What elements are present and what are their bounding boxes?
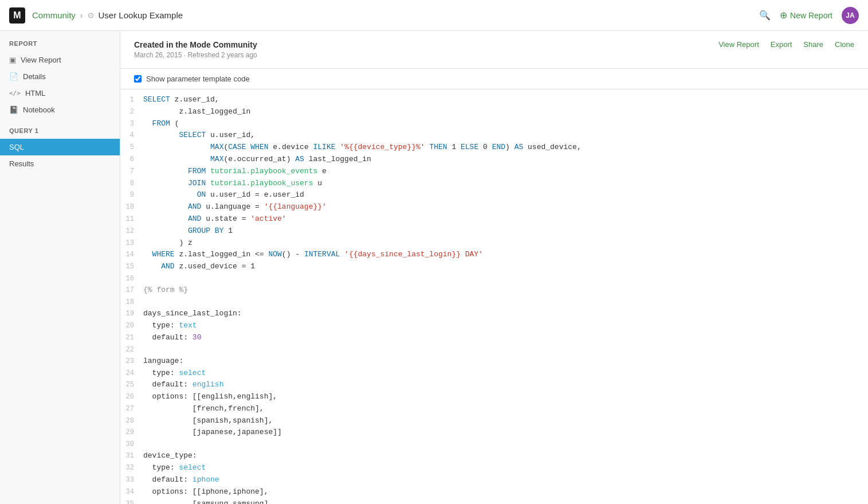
search-icon[interactable]: 🔍 [759,10,771,21]
line-number: 34 [120,486,143,498]
sql-editor[interactable]: 1SELECT z.user_id,2 z.last_logged_in3 FR… [120,89,868,504]
line-content: GROUP BY 1 [143,225,868,237]
table-row: 24 type: select [120,368,868,380]
table-row: 5 MAX(CASE WHEN e.device ILIKE '%{{devic… [120,142,868,154]
line-number: 3 [120,118,143,130]
line-content: WHERE z.last_logged_in <= NOW() - INTERV… [143,249,868,261]
breadcrumb: Community › ⊙ User Lookup Example [32,10,759,20]
line-number: 24 [120,368,143,379]
line-content: AND u.language = '{{language}}' [143,201,868,213]
table-row: 25 default: english [120,379,868,391]
sidebar-item-notebook[interactable]: 📓 Notebook [0,101,120,118]
topnav: M Community › ⊙ User Lookup Example 🔍 ⊕ … [0,0,868,31]
line-number: 13 [120,237,143,249]
line-content: language: [143,355,868,368]
table-row: 14 WHERE z.last_logged_in <= NOW() - INT… [120,249,868,261]
export-button[interactable]: Export [771,40,792,49]
report-section-label: REPORT [0,40,120,52]
line-content: {% form %} [143,284,868,296]
sidebar-item-view-report[interactable]: ▣ View Report [0,52,120,68]
view-report-icon: ▣ [9,56,16,64]
community-link[interactable]: Community [32,10,76,20]
line-number: 10 [120,201,143,213]
table-row: 17{% form %} [120,284,868,296]
share-button[interactable]: Share [803,40,823,49]
line-number: 32 [120,462,143,474]
report-meta: Created in the Mode Community March 26, … [134,40,257,59]
line-content: SELECT z.user_id, [143,94,868,106]
line-number: 5 [120,142,143,153]
line-content: z.last_logged_in [143,106,868,118]
report-page-icon: ⊙ [88,11,94,19]
line-number: 19 [120,308,143,319]
table-row: 7 FROM tutorial.playbook_events e [120,166,868,178]
table-row: 10 AND u.language = '{{language}}' [120,201,868,213]
table-row: 35 [samsung,samsung], [120,498,868,504]
line-number: 2 [120,106,143,118]
sidebar: REPORT ▣ View Report 📄 Details </> HTML … [0,31,120,504]
line-number: 31 [120,450,143,462]
line-number: 35 [120,498,143,504]
clone-button[interactable]: Clone [835,40,854,49]
content-area: Created in the Mode Community March 26, … [120,31,868,504]
sidebar-notebook-label: Notebook [23,106,55,114]
view-report-button[interactable]: View Report [718,40,759,49]
line-number: 21 [120,332,143,343]
table-row: 31device_type: [120,450,868,462]
line-number: 23 [120,355,143,367]
line-content: SELECT u.user_id, [143,130,868,142]
table-row: 20 type: text [120,320,868,332]
html-icon: </> [9,89,21,97]
sidebar-item-details[interactable]: 📄 Details [0,68,120,85]
line-content: ) z [143,237,868,249]
table-row: 29 [japanese,japanese]] [120,427,868,439]
logo: M [9,7,25,24]
table-row: 13 ) z [120,237,868,249]
avatar[interactable]: JA [842,7,859,24]
table-row: 9 ON u.user_id = e.user_id [120,189,868,201]
line-content: type: text [143,320,868,332]
sidebar-item-sql[interactable]: SQL [0,139,120,155]
line-number: 28 [120,415,143,427]
line-content: [spanish,spanish], [143,415,868,427]
query-section-label: QUERY 1 [0,118,120,139]
new-report-button[interactable]: ⊕ New Report [780,10,832,21]
line-content: default: 30 [143,332,868,344]
line-content: FROM tutorial.playbook_events e [143,166,868,178]
line-number: 33 [120,474,143,486]
line-number: 17 [120,284,143,296]
line-content: default: iphone [143,474,868,486]
report-title: User Lookup Example [99,10,183,20]
show-param-checkbox[interactable] [134,75,142,83]
line-content: MAX(CASE WHEN e.device ILIKE '%{{device_… [143,142,868,154]
line-number: 27 [120,403,143,415]
line-content: days_since_last_login: [143,308,868,320]
sidebar-item-html[interactable]: </> HTML [0,85,120,101]
table-row: 22 [120,344,868,355]
table-row: 3 FROM ( [120,118,868,130]
line-content: ON u.user_id = e.user_id [143,189,868,201]
line-content: type: select [143,462,868,474]
line-content: [samsung,samsung], [143,498,868,504]
table-row: 23language: [120,355,868,368]
report-date-label: March 26, 2015 · Refreshed 2 years ago [134,51,257,59]
line-content: FROM ( [143,118,868,130]
line-number: 16 [120,273,143,284]
sidebar-item-results[interactable]: Results [0,155,120,172]
show-param-label[interactable]: Show parameter template code [146,75,250,83]
line-number: 26 [120,391,143,403]
line-number: 18 [120,296,143,308]
line-number: 9 [120,189,143,201]
table-row: 1SELECT z.user_id, [120,94,868,106]
line-number: 4 [120,130,143,141]
sidebar-sql-label: SQL [9,143,24,151]
notebook-icon: 📓 [9,106,18,114]
table-row: 11 AND u.state = 'active' [120,213,868,225]
line-content: MAX(e.occurred_at) AS last_logged_in [143,154,868,166]
table-row: 19days_since_last_login: [120,308,868,320]
table-row: 28 [spanish,spanish], [120,415,868,427]
main-layout: REPORT ▣ View Report 📄 Details </> HTML … [0,31,868,504]
table-row: 12 GROUP BY 1 [120,225,868,237]
line-content: type: select [143,368,868,380]
breadcrumb-separator: › [80,11,83,20]
